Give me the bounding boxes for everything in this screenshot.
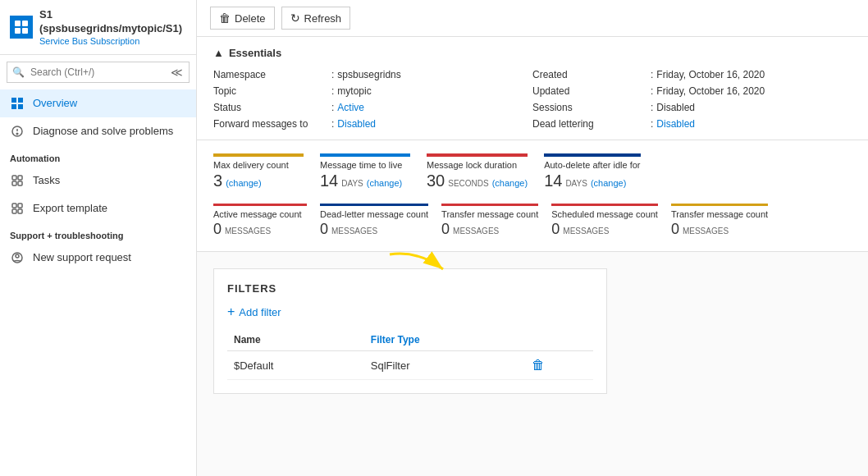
svg-rect-16 <box>18 204 22 208</box>
essentials-section: ▲ Essentials Namespace : spsbusegridns T… <box>197 37 868 140</box>
stat-max-delivery: Max delivery count 3 (change) <box>213 153 304 190</box>
svg-rect-14 <box>18 181 22 185</box>
filter-type-cell: SqlFilter <box>364 351 525 380</box>
msg-bar-active <box>213 204 307 206</box>
sidebar: S1 (spsbusegridns/mytopic/S1) Service Bu… <box>0 0 197 476</box>
svg-rect-0 <box>15 21 21 26</box>
msg-stat-deadletter: Dead-letter message count 0 MESSAGES <box>320 204 441 238</box>
filter-delete-cell: 🗑 <box>525 351 593 380</box>
service-bus-icon <box>10 16 33 39</box>
collapse-icon[interactable]: ≪ <box>171 66 183 79</box>
msg-bar-transfer <box>441 204 538 206</box>
svg-rect-17 <box>12 209 16 213</box>
svg-point-10 <box>16 133 18 135</box>
essentials-grid: Namespace : spsbusegridns Topic : mytopi… <box>213 69 852 130</box>
search-box: 🔍 ≪ <box>7 62 190 83</box>
filter-name-cell: $Default <box>227 351 364 380</box>
essentials-row-created: Created : Friday, October 16, 2020 <box>532 69 852 80</box>
essentials-row-namespace: Namespace : spsbusegridns <box>213 69 532 80</box>
svg-rect-1 <box>22 21 28 26</box>
svg-rect-2 <box>15 28 21 34</box>
content-area: ▲ Essentials Namespace : spsbusegridns T… <box>197 37 868 476</box>
sidebar-item-diagnose-label: Diagnose and solve problems <box>33 125 173 137</box>
filters-section: FILTERS + Add filter Name Filter Type <box>197 252 868 410</box>
msg-stat-transfer2: Transfer message count 0 MESSAGES <box>671 204 781 238</box>
essentials-row-status: Status : Active <box>213 102 532 113</box>
svg-rect-15 <box>12 204 16 208</box>
essentials-header[interactable]: ▲ Essentials <box>213 47 852 59</box>
collapse-essentials-icon: ▲ <box>213 47 224 59</box>
sidebar-item-support[interactable]: New support request <box>0 244 196 272</box>
delete-icon: 🗑 <box>219 11 231 25</box>
toolbar: 🗑 Delete ↻ Refresh <box>197 0 868 37</box>
sidebar-item-overview-label: Overview <box>33 97 77 109</box>
sidebar-item-diagnose[interactable]: Diagnose and solve problems <box>0 117 196 145</box>
stat-lock-duration: Message lock duration 30 SECONDS (change… <box>427 153 528 190</box>
msg-stat-scheduled: Scheduled message count 0 MESSAGES <box>551 204 671 238</box>
col-header-actions <box>525 329 593 351</box>
resource-subtitle: Service Bus Subscription <box>39 36 186 46</box>
main-content: 🗑 Delete ↻ Refresh ▲ Essentials Namespac… <box>197 0 868 476</box>
msg-bar-scheduled <box>551 204 658 206</box>
svg-rect-4 <box>11 98 16 103</box>
sidebar-item-overview[interactable]: Overview <box>0 89 196 117</box>
msg-stat-active: Active message count 0 MESSAGES <box>213 204 320 238</box>
msg-stat-transfer: Transfer message count 0 MESSAGES <box>441 204 551 238</box>
essentials-row-updated: Updated : Friday, October 16, 2020 <box>532 85 852 97</box>
plus-icon: + <box>227 304 235 319</box>
delete-button[interactable]: 🗑 Delete <box>210 7 275 30</box>
search-input[interactable] <box>7 62 190 83</box>
essentials-left: Namespace : spsbusegridns Topic : mytopi… <box>213 69 532 130</box>
svg-rect-13 <box>12 181 16 185</box>
refresh-icon: ↻ <box>290 11 300 25</box>
support-icon <box>10 250 25 265</box>
stat-bar-auto-delete <box>544 153 640 157</box>
msg-bar-transfer2 <box>671 204 768 206</box>
svg-rect-11 <box>12 176 16 180</box>
stat-time-to-live: Message time to live 14 DAYS (change) <box>320 153 410 190</box>
stat-bar-delivery <box>213 153 304 157</box>
stats-row-messages: Active message count 0 MESSAGES Dead-let… <box>213 204 852 238</box>
filter-delete-icon[interactable]: 🗑 <box>532 358 545 372</box>
overview-icon <box>10 96 25 111</box>
svg-rect-12 <box>18 176 22 180</box>
svg-rect-5 <box>18 98 23 103</box>
section-automation: Automation <box>0 145 196 167</box>
diagnose-icon <box>10 124 25 139</box>
svg-rect-7 <box>18 104 23 109</box>
svg-point-20 <box>16 254 19 258</box>
col-header-type: Filter Type <box>364 329 525 351</box>
svg-rect-3 <box>22 28 28 34</box>
filters-card: FILTERS + Add filter Name Filter Type <box>213 268 607 394</box>
sidebar-item-support-label: New support request <box>33 251 131 263</box>
section-support: Support + troubleshooting <box>0 222 196 244</box>
msg-bar-deadletter <box>320 204 428 206</box>
sidebar-title-block: S1 (spsbusegridns/mytopic/S1) Service Bu… <box>39 8 186 46</box>
col-header-name: Name <box>227 329 364 351</box>
sidebar-item-export[interactable]: Export template <box>0 195 196 222</box>
refresh-button[interactable]: ↻ Refresh <box>281 7 351 30</box>
stat-auto-delete: Auto-delete after idle for 14 DAYS (chan… <box>544 153 640 190</box>
filter-table: Name Filter Type $Default SqlFilter 🗑 <box>227 329 593 380</box>
sidebar-header: S1 (spsbusegridns/mytopic/S1) Service Bu… <box>0 0 196 55</box>
export-icon <box>10 201 25 216</box>
essentials-row-sessions: Sessions : Disabled <box>532 102 852 113</box>
sidebar-item-export-label: Export template <box>33 202 107 214</box>
add-filter-button[interactable]: + Add filter <box>227 304 281 319</box>
essentials-row-dead-lettering: Dead lettering : Disabled <box>532 118 852 130</box>
search-icon: 🔍 <box>12 66 25 78</box>
table-row: $Default SqlFilter 🗑 <box>227 351 593 380</box>
sidebar-item-tasks-label: Tasks <box>33 174 60 186</box>
essentials-row-topic: Topic : mytopic <box>213 85 532 97</box>
filter-table-header: Name Filter Type <box>227 329 593 351</box>
sidebar-item-tasks[interactable]: Tasks <box>0 167 196 195</box>
stats-section: Max delivery count 3 (change) Message ti… <box>197 140 868 252</box>
svg-rect-18 <box>18 209 22 213</box>
svg-rect-6 <box>11 104 16 109</box>
essentials-right: Created : Friday, October 16, 2020 Updat… <box>532 69 852 130</box>
resource-title: S1 (spsbusegridns/mytopic/S1) <box>39 8 186 36</box>
essentials-row-forward: Forward messages to : Disabled <box>213 118 532 130</box>
stat-bar-lock <box>427 153 528 157</box>
tasks-icon <box>10 173 25 188</box>
stats-row-top: Max delivery count 3 (change) Message ti… <box>213 153 852 190</box>
